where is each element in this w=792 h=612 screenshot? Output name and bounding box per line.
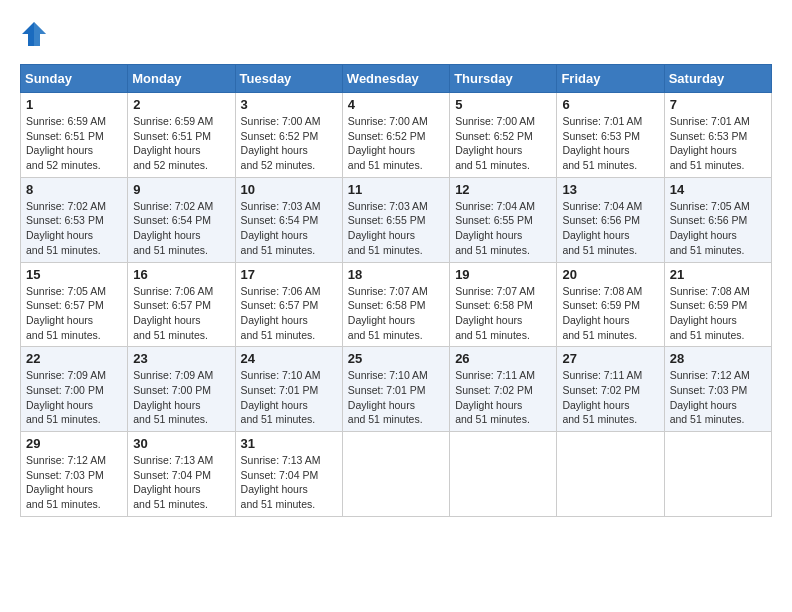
day-number: 26 [455,351,551,366]
day-number: 30 [133,436,229,451]
calendar-cell: 24Sunrise: 7:10 AMSunset: 7:01 PMDayligh… [235,347,342,432]
calendar-cell: 12Sunrise: 7:04 AMSunset: 6:55 PMDayligh… [450,177,557,262]
day-number: 10 [241,182,337,197]
calendar-cell: 4Sunrise: 7:00 AMSunset: 6:52 PMDaylight… [342,93,449,178]
calendar-header-row: SundayMondayTuesdayWednesdayThursdayFrid… [21,65,772,93]
weekday-header: Saturday [664,65,771,93]
day-info: Sunrise: 7:00 AMSunset: 6:52 PMDaylight … [348,114,444,173]
calendar-cell [557,432,664,517]
calendar-cell: 22Sunrise: 7:09 AMSunset: 7:00 PMDayligh… [21,347,128,432]
day-info: Sunrise: 7:13 AMSunset: 7:04 PMDaylight … [133,453,229,512]
day-number: 19 [455,267,551,282]
day-info: Sunrise: 7:04 AMSunset: 6:56 PMDaylight … [562,199,658,258]
day-number: 23 [133,351,229,366]
day-number: 17 [241,267,337,282]
calendar-table: SundayMondayTuesdayWednesdayThursdayFrid… [20,64,772,517]
day-info: Sunrise: 7:05 AMSunset: 6:56 PMDaylight … [670,199,766,258]
day-number: 21 [670,267,766,282]
day-info: Sunrise: 7:00 AMSunset: 6:52 PMDaylight … [241,114,337,173]
weekday-header: Wednesday [342,65,449,93]
day-info: Sunrise: 7:08 AMSunset: 6:59 PMDaylight … [562,284,658,343]
day-number: 5 [455,97,551,112]
day-number: 11 [348,182,444,197]
day-number: 24 [241,351,337,366]
calendar-cell [664,432,771,517]
calendar-cell: 14Sunrise: 7:05 AMSunset: 6:56 PMDayligh… [664,177,771,262]
logo-icon [20,20,48,48]
day-info: Sunrise: 7:02 AMSunset: 6:54 PMDaylight … [133,199,229,258]
calendar-cell: 5Sunrise: 7:00 AMSunset: 6:52 PMDaylight… [450,93,557,178]
calendar-cell: 17Sunrise: 7:06 AMSunset: 6:57 PMDayligh… [235,262,342,347]
calendar-week-row: 1Sunrise: 6:59 AMSunset: 6:51 PMDaylight… [21,93,772,178]
day-number: 25 [348,351,444,366]
calendar-cell: 28Sunrise: 7:12 AMSunset: 7:03 PMDayligh… [664,347,771,432]
day-number: 1 [26,97,122,112]
day-number: 13 [562,182,658,197]
day-info: Sunrise: 7:13 AMSunset: 7:04 PMDaylight … [241,453,337,512]
day-number: 6 [562,97,658,112]
calendar-cell: 10Sunrise: 7:03 AMSunset: 6:54 PMDayligh… [235,177,342,262]
calendar-cell: 9Sunrise: 7:02 AMSunset: 6:54 PMDaylight… [128,177,235,262]
day-number: 3 [241,97,337,112]
calendar-cell: 21Sunrise: 7:08 AMSunset: 6:59 PMDayligh… [664,262,771,347]
day-number: 2 [133,97,229,112]
calendar-cell: 26Sunrise: 7:11 AMSunset: 7:02 PMDayligh… [450,347,557,432]
calendar-cell: 27Sunrise: 7:11 AMSunset: 7:02 PMDayligh… [557,347,664,432]
day-number: 28 [670,351,766,366]
day-number: 9 [133,182,229,197]
day-info: Sunrise: 7:09 AMSunset: 7:00 PMDaylight … [26,368,122,427]
calendar-cell: 20Sunrise: 7:08 AMSunset: 6:59 PMDayligh… [557,262,664,347]
day-info: Sunrise: 7:12 AMSunset: 7:03 PMDaylight … [26,453,122,512]
calendar-cell: 13Sunrise: 7:04 AMSunset: 6:56 PMDayligh… [557,177,664,262]
day-info: Sunrise: 7:06 AMSunset: 6:57 PMDaylight … [241,284,337,343]
calendar-cell: 2Sunrise: 6:59 AMSunset: 6:51 PMDaylight… [128,93,235,178]
weekday-header: Thursday [450,65,557,93]
calendar-week-row: 8Sunrise: 7:02 AMSunset: 6:53 PMDaylight… [21,177,772,262]
calendar-cell: 18Sunrise: 7:07 AMSunset: 6:58 PMDayligh… [342,262,449,347]
calendar-cell: 29Sunrise: 7:12 AMSunset: 7:03 PMDayligh… [21,432,128,517]
day-info: Sunrise: 7:02 AMSunset: 6:53 PMDaylight … [26,199,122,258]
day-info: Sunrise: 7:05 AMSunset: 6:57 PMDaylight … [26,284,122,343]
weekday-header: Monday [128,65,235,93]
calendar-cell: 11Sunrise: 7:03 AMSunset: 6:55 PMDayligh… [342,177,449,262]
calendar-cell: 8Sunrise: 7:02 AMSunset: 6:53 PMDaylight… [21,177,128,262]
day-info: Sunrise: 7:06 AMSunset: 6:57 PMDaylight … [133,284,229,343]
calendar-cell: 30Sunrise: 7:13 AMSunset: 7:04 PMDayligh… [128,432,235,517]
calendar-cell: 31Sunrise: 7:13 AMSunset: 7:04 PMDayligh… [235,432,342,517]
day-info: Sunrise: 7:08 AMSunset: 6:59 PMDaylight … [670,284,766,343]
day-info: Sunrise: 7:07 AMSunset: 6:58 PMDaylight … [348,284,444,343]
day-number: 14 [670,182,766,197]
logo [20,20,50,48]
day-number: 7 [670,97,766,112]
day-info: Sunrise: 7:04 AMSunset: 6:55 PMDaylight … [455,199,551,258]
calendar-cell: 3Sunrise: 7:00 AMSunset: 6:52 PMDaylight… [235,93,342,178]
day-number: 22 [26,351,122,366]
day-number: 16 [133,267,229,282]
weekday-header: Friday [557,65,664,93]
weekday-header: Tuesday [235,65,342,93]
calendar-cell: 15Sunrise: 7:05 AMSunset: 6:57 PMDayligh… [21,262,128,347]
calendar-cell: 25Sunrise: 7:10 AMSunset: 7:01 PMDayligh… [342,347,449,432]
day-info: Sunrise: 7:01 AMSunset: 6:53 PMDaylight … [670,114,766,173]
calendar-cell: 23Sunrise: 7:09 AMSunset: 7:00 PMDayligh… [128,347,235,432]
day-info: Sunrise: 7:03 AMSunset: 6:54 PMDaylight … [241,199,337,258]
day-number: 15 [26,267,122,282]
day-info: Sunrise: 7:10 AMSunset: 7:01 PMDaylight … [241,368,337,427]
day-info: Sunrise: 7:03 AMSunset: 6:55 PMDaylight … [348,199,444,258]
day-info: Sunrise: 7:00 AMSunset: 6:52 PMDaylight … [455,114,551,173]
day-number: 12 [455,182,551,197]
day-number: 29 [26,436,122,451]
page-header [20,20,772,48]
day-info: Sunrise: 6:59 AMSunset: 6:51 PMDaylight … [26,114,122,173]
weekday-header: Sunday [21,65,128,93]
calendar-cell: 1Sunrise: 6:59 AMSunset: 6:51 PMDaylight… [21,93,128,178]
day-number: 18 [348,267,444,282]
calendar-cell [342,432,449,517]
day-info: Sunrise: 7:01 AMSunset: 6:53 PMDaylight … [562,114,658,173]
calendar-cell [450,432,557,517]
day-info: Sunrise: 7:07 AMSunset: 6:58 PMDaylight … [455,284,551,343]
day-number: 31 [241,436,337,451]
calendar-cell: 6Sunrise: 7:01 AMSunset: 6:53 PMDaylight… [557,93,664,178]
calendar-week-row: 22Sunrise: 7:09 AMSunset: 7:00 PMDayligh… [21,347,772,432]
day-info: Sunrise: 7:11 AMSunset: 7:02 PMDaylight … [562,368,658,427]
